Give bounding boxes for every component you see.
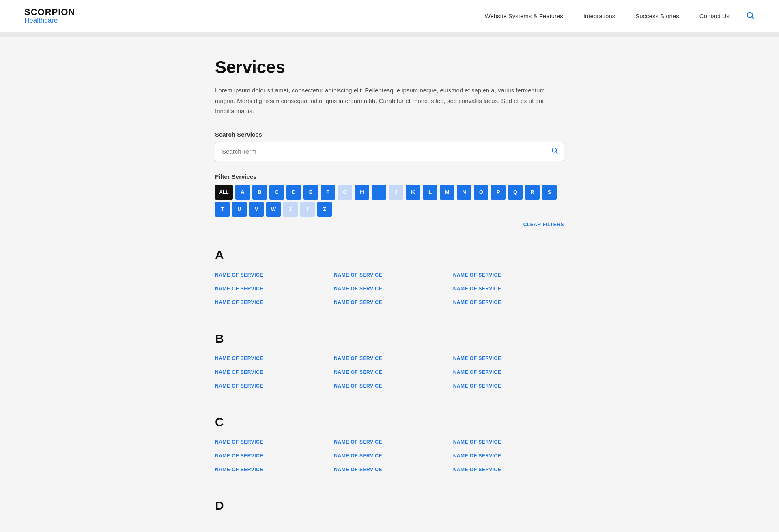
filter-btn-r[interactable]: R	[525, 185, 540, 200]
service-link[interactable]: NAME OF SERVICE	[215, 298, 326, 307]
filter-btn-k[interactable]: K	[406, 185, 420, 200]
service-link[interactable]: NAME OF SERVICE	[334, 465, 445, 474]
svg-line-3	[556, 152, 557, 153]
services-grid-b: NAME OF SERVICENAME OF SERVICENAME OF SE…	[215, 354, 564, 391]
filter-btn-q[interactable]: Q	[508, 185, 523, 200]
service-link[interactable]: NAME OF SERVICE	[453, 451, 564, 461]
filter-btn-d[interactable]: D	[286, 185, 301, 200]
main-nav: Website Systems & Features Integrations …	[485, 13, 730, 19]
services-section-c: CNAME OF SERVICENAME OF SERVICENAME OF S…	[215, 415, 564, 474]
svg-point-2	[552, 148, 557, 152]
service-link[interactable]: NAME OF SERVICE	[215, 284, 326, 294]
service-link[interactable]: NAME OF SERVICE	[334, 270, 445, 280]
main-content: Services Lorem ipsum dolor sit amet, con…	[207, 37, 572, 532]
page-title: Services	[215, 58, 564, 77]
filter-btn-l[interactable]: L	[423, 185, 437, 200]
site-header: SCORPION Healthcare Website Systems & Fe…	[0, 0, 779, 32]
search-input[interactable]	[215, 142, 564, 161]
service-link[interactable]: NAME OF SERVICE	[215, 381, 326, 391]
nav-success-stories[interactable]: Success Stories	[635, 13, 679, 19]
services-section-b: BNAME OF SERVICENAME OF SERVICENAME OF S…	[215, 332, 564, 391]
filter-btn-b[interactable]: B	[252, 185, 267, 200]
top-bar	[0, 32, 779, 37]
services-section-a: ANAME OF SERVICENAME OF SERVICENAME OF S…	[215, 248, 564, 307]
filter-btn-p[interactable]: P	[491, 185, 506, 200]
service-link[interactable]: NAME OF SERVICE	[453, 465, 564, 474]
service-link[interactable]: NAME OF SERVICE	[334, 284, 445, 294]
filter-btn-u[interactable]: U	[232, 202, 247, 217]
service-link[interactable]: NAME OF SERVICE	[334, 437, 445, 447]
services-section-d: D	[215, 499, 564, 513]
filter-label: Filter Services	[215, 173, 564, 180]
filter-btn-e[interactable]: E	[303, 185, 318, 200]
nav-integrations[interactable]: Integrations	[583, 13, 615, 19]
logo-healthcare-text: Healthcare	[24, 17, 58, 25]
service-link[interactable]: NAME OF SERVICE	[453, 354, 564, 363]
services-container: ANAME OF SERVICENAME OF SERVICENAME OF S…	[215, 248, 564, 513]
search-services-label: Search Services	[215, 131, 564, 138]
service-link[interactable]: NAME OF SERVICE	[453, 367, 564, 377]
service-link[interactable]: NAME OF SERVICE	[334, 298, 445, 307]
header-search-icon[interactable]	[746, 11, 755, 21]
svg-line-1	[752, 17, 754, 19]
filter-btn-c[interactable]: C	[269, 185, 284, 200]
filter-btn-a[interactable]: A	[235, 185, 250, 200]
search-box-wrapper	[215, 142, 564, 161]
clear-filters-area: CLEAR FILTERS	[215, 221, 564, 228]
filter-btn-w[interactable]: W	[266, 202, 281, 217]
filter-btn-g[interactable]: G	[338, 185, 352, 200]
logo: SCORPION Healthcare	[24, 7, 75, 25]
service-link[interactable]: NAME OF SERVICE	[215, 354, 326, 363]
section-letter-d: D	[215, 499, 564, 513]
filter-btn-s[interactable]: S	[542, 185, 557, 200]
filter-buttons-row: ALLABCDEFGHIJKLMNOPQRSTUVWXYZ	[215, 185, 564, 217]
filter-btn-o[interactable]: O	[474, 185, 488, 200]
service-link[interactable]: NAME OF SERVICE	[453, 381, 564, 391]
filter-btn-j[interactable]: J	[389, 185, 403, 200]
service-link[interactable]: NAME OF SERVICE	[453, 284, 564, 294]
service-link[interactable]: NAME OF SERVICE	[334, 367, 445, 377]
filter-btn-h[interactable]: H	[355, 185, 369, 200]
service-link[interactable]: NAME OF SERVICE	[215, 465, 326, 474]
service-link[interactable]: NAME OF SERVICE	[334, 451, 445, 461]
filter-btn-y[interactable]: Y	[300, 202, 315, 217]
filter-btn-z[interactable]: Z	[317, 202, 332, 217]
svg-point-0	[747, 12, 753, 17]
service-link[interactable]: NAME OF SERVICE	[215, 270, 326, 280]
clear-filters-link[interactable]: CLEAR FILTERS	[523, 222, 564, 227]
service-link[interactable]: NAME OF SERVICE	[215, 437, 326, 447]
logo-scorpion-text: SCORPION	[24, 7, 75, 17]
filter-btn-v[interactable]: V	[249, 202, 264, 217]
filter-btn-i[interactable]: I	[372, 185, 386, 200]
filter-btn-x[interactable]: X	[283, 202, 298, 217]
filter-btn-all[interactable]: ALL	[215, 185, 233, 200]
section-letter-c: C	[215, 415, 564, 429]
section-letter-b: B	[215, 332, 564, 345]
service-link[interactable]: NAME OF SERVICE	[215, 451, 326, 461]
filter-btn-f[interactable]: F	[321, 185, 335, 200]
section-letter-a: A	[215, 248, 564, 262]
service-link[interactable]: NAME OF SERVICE	[453, 270, 564, 280]
service-link[interactable]: NAME OF SERVICE	[215, 367, 326, 377]
nav-contact-us[interactable]: Contact Us	[699, 13, 730, 19]
filter-btn-m[interactable]: M	[440, 185, 454, 200]
page-description: Lorem ipsum dolor sit amet, consectetur …	[215, 85, 564, 116]
service-link[interactable]: NAME OF SERVICE	[453, 298, 564, 307]
nav-website-systems[interactable]: Website Systems & Features	[485, 13, 563, 19]
filter-btn-n[interactable]: N	[457, 185, 471, 200]
service-link[interactable]: NAME OF SERVICE	[453, 437, 564, 447]
search-submit-icon[interactable]	[551, 147, 558, 156]
filter-btn-t[interactable]: T	[215, 202, 230, 217]
service-link[interactable]: NAME OF SERVICE	[334, 354, 445, 363]
services-grid-a: NAME OF SERVICENAME OF SERVICENAME OF SE…	[215, 270, 564, 307]
services-grid-c: NAME OF SERVICENAME OF SERVICENAME OF SE…	[215, 437, 564, 474]
service-link[interactable]: NAME OF SERVICE	[334, 381, 445, 391]
